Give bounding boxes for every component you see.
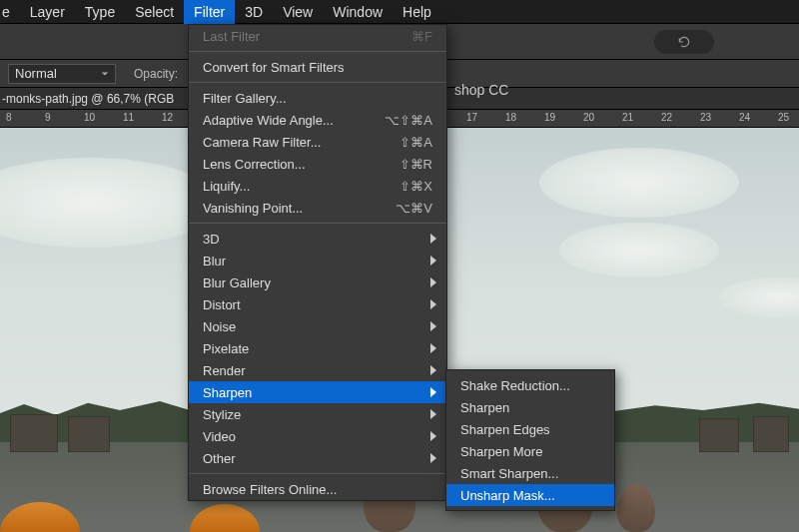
opacity-label: Opacity: (134, 67, 178, 81)
menu-item-filter[interactable]: Filter (184, 0, 235, 24)
ruler-tick: 10 (84, 112, 95, 123)
submenu-arrow-icon (430, 365, 436, 375)
menu-item-label: Sharpen (460, 400, 509, 415)
menu-item-label: Vanishing Point... (203, 201, 303, 216)
submenu-sharpen-edges[interactable]: Sharpen Edges (446, 418, 614, 440)
menu-3d[interactable]: 3D (189, 228, 446, 250)
menu-item-label: Filter Gallery... (203, 91, 287, 106)
menu-convert-smart-filters[interactable]: Convert for Smart Filters (189, 56, 446, 78)
stone-block (10, 414, 58, 452)
menu-camera-raw-filter[interactable]: Camera Raw Filter...⇧⌘A (189, 131, 446, 153)
menu-item-label: Sharpen Edges (460, 422, 550, 437)
submenu-arrow-icon (430, 387, 436, 397)
ruler-tick: 24 (739, 112, 750, 123)
blend-mode-select[interactable]: Normal (8, 64, 116, 84)
menu-item-label: Shake Reduction... (460, 378, 570, 393)
menu-noise[interactable]: Noise (189, 315, 446, 337)
menu-item-label: Video (203, 429, 236, 444)
submenu-arrow-icon (430, 431, 436, 441)
menu-render[interactable]: Render (189, 359, 446, 381)
shortcut-label: ⌥⇧⌘A (385, 113, 432, 128)
submenu-arrow-icon (430, 299, 436, 309)
menu-separator (189, 473, 446, 474)
menu-item-layer[interactable]: Layer (20, 0, 75, 24)
menu-item-label: Blur (203, 254, 226, 268)
menu-item-label: Other (203, 451, 236, 466)
shortcut-label: ⌘F (411, 29, 432, 44)
menu-item-select[interactable]: Select (125, 0, 184, 24)
submenu-arrow-icon (430, 277, 436, 287)
menu-item-label: Last Filter (203, 29, 260, 44)
blend-mode-value: Normal (15, 66, 57, 81)
submenu-arrow-icon (430, 409, 436, 419)
menu-item-label: Render (203, 363, 246, 378)
menu-distort[interactable]: Distort (189, 293, 446, 315)
refresh-button[interactable] (654, 30, 714, 54)
menu-pixelate[interactable]: Pixelate (189, 337, 446, 359)
menu-vanishing-point[interactable]: Vanishing Point...⌥⌘V (189, 197, 446, 219)
menu-item-window[interactable]: Window (323, 0, 393, 24)
menu-item-help[interactable]: Help (393, 0, 441, 24)
menu-item-label: Convert for Smart Filters (203, 60, 345, 75)
menu-item-type[interactable]: Type (75, 0, 125, 24)
menu-item-label: Sharpen More (460, 444, 542, 459)
menu-item-label: Browse Filters Online... (203, 482, 337, 497)
menu-item-label: Blur Gallery (203, 275, 271, 290)
menu-filter-gallery[interactable]: Filter Gallery... (189, 87, 446, 109)
menu-item-label: Lens Correction... (203, 157, 306, 172)
submenu-arrow-icon (430, 343, 436, 353)
filter-menu-dropdown: Last Filter⌘FConvert for Smart FiltersFi… (188, 24, 447, 501)
submenu-arrow-icon (430, 453, 436, 463)
menu-liquify[interactable]: Liquify...⇧⌘X (189, 175, 446, 197)
ruler-tick: 12 (162, 112, 173, 123)
shortcut-label: ⇧⌘A (400, 135, 432, 150)
stone-block (699, 418, 739, 452)
menu-lens-correction[interactable]: Lens Correction...⇧⌘R (189, 153, 446, 175)
ruler-tick: 21 (622, 112, 633, 123)
ruler-tick: 8 (6, 112, 12, 123)
menu-item-e[interactable]: e (2, 0, 20, 24)
menu-item-label: Adaptive Wide Angle... (203, 113, 334, 128)
shortcut-label: ⇧⌘R (400, 157, 432, 172)
submenu-smart-sharpen[interactable]: Smart Sharpen... (446, 462, 614, 484)
ruler-tick: 22 (661, 112, 672, 123)
ruler-tick: 19 (544, 112, 555, 123)
stone-block (68, 416, 110, 452)
menu-item-label: Camera Raw Filter... (203, 135, 321, 150)
menu-adaptive-wide-angle[interactable]: Adaptive Wide Angle...⌥⇧⌘A (189, 109, 446, 131)
app-name-label: shop CC (454, 82, 508, 98)
menu-separator (189, 82, 446, 83)
cloud-shape (559, 223, 719, 277)
stone-block (753, 416, 789, 452)
menu-separator (189, 51, 446, 52)
cloud-shape (539, 148, 739, 218)
menu-item-view[interactable]: View (273, 0, 323, 24)
submenu-sharpen[interactable]: Sharpen (446, 396, 614, 418)
menu-item-label: Liquify... (203, 179, 250, 194)
sharpen-submenu-dropdown: Shake Reduction...SharpenSharpen EdgesSh… (445, 369, 615, 511)
menu-item-label: Smart Sharpen... (460, 466, 558, 481)
menu-browse-filters-online[interactable]: Browse Filters Online... (189, 478, 446, 500)
menu-last-filter: Last Filter⌘F (189, 25, 446, 47)
menu-item-label: 3D (203, 232, 220, 247)
menu-blur[interactable]: Blur (189, 250, 446, 271)
menu-item-label: Stylize (203, 407, 241, 422)
menu-stylize[interactable]: Stylize (189, 403, 446, 425)
menu-item-label: Sharpen (203, 385, 252, 400)
menu-blur-gallery[interactable]: Blur Gallery (189, 271, 446, 293)
menu-sharpen[interactable]: Sharpen (189, 381, 446, 403)
submenu-sharpen-more[interactable]: Sharpen More (446, 440, 614, 462)
menu-other[interactable]: Other (189, 447, 446, 469)
ruler-tick: 9 (45, 112, 51, 123)
submenu-arrow-icon (430, 256, 436, 266)
menu-item-label: Noise (203, 319, 236, 334)
ruler-tick: 18 (505, 112, 516, 123)
shortcut-label: ⇧⌘X (400, 179, 432, 194)
submenu-shake-reduction[interactable]: Shake Reduction... (446, 374, 614, 396)
menu-item-3d[interactable]: 3D (235, 0, 273, 24)
shortcut-label: ⌥⌘V (396, 201, 432, 216)
ruler-tick: 20 (583, 112, 594, 123)
ruler-tick: 11 (123, 112, 134, 123)
menu-video[interactable]: Video (189, 425, 446, 447)
submenu-unsharp-mask[interactable]: Unsharp Mask... (446, 484, 614, 506)
